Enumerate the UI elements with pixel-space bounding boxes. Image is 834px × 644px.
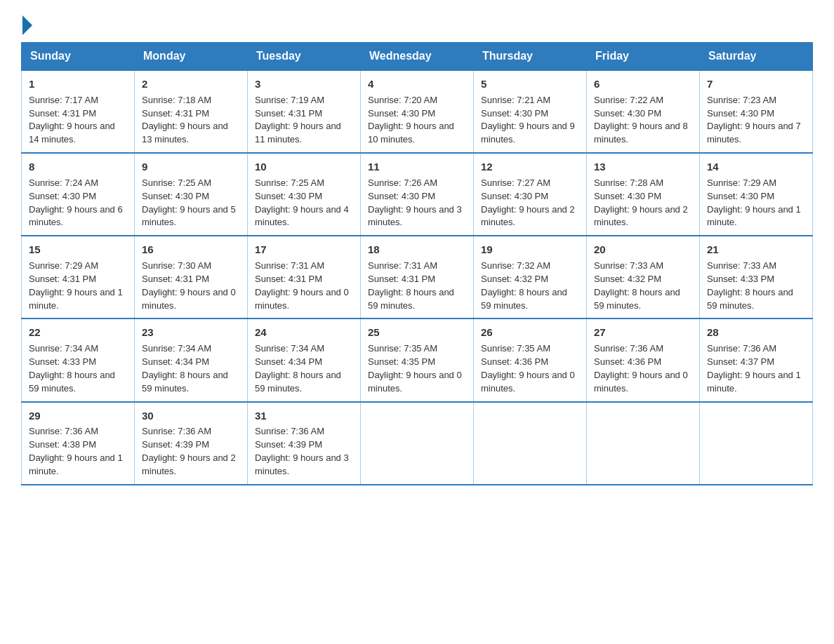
col-header-monday: Monday — [135, 43, 248, 71]
calendar-cell: 3 Sunrise: 7:19 AM Sunset: 4:31 PM Dayli… — [248, 70, 361, 153]
calendar-cell: 17 Sunrise: 7:31 AM Sunset: 4:31 PM Dayl… — [248, 236, 361, 318]
day-info: Sunrise: 7:33 AM Sunset: 4:32 PM Dayligh… — [594, 260, 692, 312]
calendar-cell: 20 Sunrise: 7:33 AM Sunset: 4:32 PM Dayl… — [587, 236, 700, 318]
day-number: 14 — [707, 159, 805, 175]
calendar-cell: 30 Sunrise: 7:36 AM Sunset: 4:39 PM Dayl… — [135, 402, 248, 485]
day-info: Sunrise: 7:36 AM Sunset: 4:37 PM Dayligh… — [707, 342, 805, 395]
calendar-cell: 9 Sunrise: 7:25 AM Sunset: 4:30 PM Dayli… — [135, 153, 248, 236]
day-number: 26 — [481, 325, 579, 340]
day-number: 3 — [255, 76, 353, 92]
calendar-cell: 11 Sunrise: 7:26 AM Sunset: 4:30 PM Dayl… — [361, 153, 474, 236]
calendar-cell: 8 Sunrise: 7:24 AM Sunset: 4:30 PM Dayli… — [22, 153, 135, 236]
calendar-cell: 2 Sunrise: 7:18 AM Sunset: 4:31 PM Dayli… — [135, 70, 248, 153]
day-info: Sunrise: 7:26 AM Sunset: 4:30 PM Dayligh… — [368, 177, 466, 229]
day-info: Sunrise: 7:21 AM Sunset: 4:30 PM Dayligh… — [481, 94, 579, 147]
day-info: Sunrise: 7:25 AM Sunset: 4:30 PM Dayligh… — [255, 177, 353, 229]
day-number: 17 — [255, 242, 353, 257]
calendar-cell: 26 Sunrise: 7:35 AM Sunset: 4:36 PM Dayl… — [474, 318, 587, 401]
day-number: 2 — [142, 76, 240, 92]
calendar-cell: 5 Sunrise: 7:21 AM Sunset: 4:30 PM Dayli… — [474, 70, 587, 153]
calendar-week-row: 15 Sunrise: 7:29 AM Sunset: 4:31 PM Dayl… — [22, 236, 813, 318]
calendar-cell: 31 Sunrise: 7:36 AM Sunset: 4:39 PM Dayl… — [248, 402, 361, 485]
calendar-cell: 21 Sunrise: 7:33 AM Sunset: 4:33 PM Dayl… — [700, 236, 813, 318]
day-info: Sunrise: 7:35 AM Sunset: 4:36 PM Dayligh… — [481, 342, 579, 395]
calendar-cell: 12 Sunrise: 7:27 AM Sunset: 4:30 PM Dayl… — [474, 153, 587, 236]
col-header-saturday: Saturday — [700, 43, 813, 71]
calendar-cell: 6 Sunrise: 7:22 AM Sunset: 4:30 PM Dayli… — [587, 70, 700, 153]
calendar-cell: 13 Sunrise: 7:28 AM Sunset: 4:30 PM Dayl… — [587, 153, 700, 236]
day-info: Sunrise: 7:20 AM Sunset: 4:30 PM Dayligh… — [368, 94, 466, 147]
day-number: 7 — [707, 76, 805, 92]
day-number: 13 — [594, 159, 692, 175]
day-info: Sunrise: 7:27 AM Sunset: 4:30 PM Dayligh… — [481, 177, 579, 229]
day-info: Sunrise: 7:31 AM Sunset: 4:31 PM Dayligh… — [368, 260, 466, 312]
calendar-cell: 10 Sunrise: 7:25 AM Sunset: 4:30 PM Dayl… — [248, 153, 361, 236]
calendar-cell: 25 Sunrise: 7:35 AM Sunset: 4:35 PM Dayl… — [361, 318, 474, 401]
logo — [21, 14, 32, 35]
calendar-cell: 14 Sunrise: 7:29 AM Sunset: 4:30 PM Dayl… — [700, 153, 813, 236]
day-info: Sunrise: 7:24 AM Sunset: 4:30 PM Dayligh… — [29, 177, 127, 229]
day-info: Sunrise: 7:19 AM Sunset: 4:31 PM Dayligh… — [255, 94, 353, 147]
calendar-cell: 18 Sunrise: 7:31 AM Sunset: 4:31 PM Dayl… — [361, 236, 474, 318]
col-header-wednesday: Wednesday — [361, 43, 474, 71]
calendar-cell: 29 Sunrise: 7:36 AM Sunset: 4:38 PM Dayl… — [22, 402, 135, 485]
calendar-cell: 27 Sunrise: 7:36 AM Sunset: 4:36 PM Dayl… — [587, 318, 700, 401]
day-number: 10 — [255, 159, 353, 175]
calendar-cell: 15 Sunrise: 7:29 AM Sunset: 4:31 PM Dayl… — [22, 236, 135, 318]
day-info: Sunrise: 7:36 AM Sunset: 4:39 PM Dayligh… — [142, 425, 240, 478]
day-info: Sunrise: 7:18 AM Sunset: 4:31 PM Dayligh… — [142, 94, 240, 147]
day-info: Sunrise: 7:31 AM Sunset: 4:31 PM Dayligh… — [255, 260, 353, 312]
calendar-week-row: 8 Sunrise: 7:24 AM Sunset: 4:30 PM Dayli… — [22, 153, 813, 236]
col-header-tuesday: Tuesday — [248, 43, 361, 71]
day-info: Sunrise: 7:28 AM Sunset: 4:30 PM Dayligh… — [594, 177, 692, 229]
day-info: Sunrise: 7:36 AM Sunset: 4:39 PM Dayligh… — [255, 425, 353, 478]
day-number: 23 — [142, 325, 240, 340]
day-info: Sunrise: 7:34 AM Sunset: 4:33 PM Dayligh… — [29, 342, 127, 395]
day-number: 8 — [29, 159, 127, 175]
logo-triangle-icon — [22, 15, 32, 35]
col-header-sunday: Sunday — [22, 43, 135, 71]
day-number: 22 — [29, 325, 127, 340]
page-header — [21, 14, 813, 35]
calendar-cell: 7 Sunrise: 7:23 AM Sunset: 4:30 PM Dayli… — [700, 70, 813, 153]
day-number: 16 — [142, 242, 240, 257]
day-number: 20 — [594, 242, 692, 257]
day-info: Sunrise: 7:34 AM Sunset: 4:34 PM Dayligh… — [142, 342, 240, 395]
day-info: Sunrise: 7:22 AM Sunset: 4:30 PM Dayligh… — [594, 94, 692, 147]
day-info: Sunrise: 7:33 AM Sunset: 4:33 PM Dayligh… — [707, 260, 805, 312]
calendar-header-row: SundayMondayTuesdayWednesdayThursdayFrid… — [22, 43, 813, 71]
day-info: Sunrise: 7:36 AM Sunset: 4:38 PM Dayligh… — [29, 425, 127, 478]
day-number: 30 — [142, 408, 240, 424]
day-number: 5 — [481, 76, 579, 92]
day-info: Sunrise: 7:34 AM Sunset: 4:34 PM Dayligh… — [255, 342, 353, 395]
day-number: 21 — [707, 242, 805, 257]
calendar-week-row: 22 Sunrise: 7:34 AM Sunset: 4:33 PM Dayl… — [22, 318, 813, 401]
day-number: 31 — [255, 408, 353, 424]
day-number: 27 — [594, 325, 692, 340]
calendar-cell: 28 Sunrise: 7:36 AM Sunset: 4:37 PM Dayl… — [700, 318, 813, 401]
day-number: 19 — [481, 242, 579, 257]
day-number: 15 — [29, 242, 127, 257]
calendar-cell: 1 Sunrise: 7:17 AM Sunset: 4:31 PM Dayli… — [22, 70, 135, 153]
day-number: 11 — [368, 159, 466, 175]
day-number: 9 — [142, 159, 240, 175]
day-info: Sunrise: 7:36 AM Sunset: 4:36 PM Dayligh… — [594, 342, 692, 395]
day-number: 28 — [707, 325, 805, 340]
day-number: 24 — [255, 325, 353, 340]
calendar-week-row: 29 Sunrise: 7:36 AM Sunset: 4:38 PM Dayl… — [22, 402, 813, 485]
day-info: Sunrise: 7:29 AM Sunset: 4:30 PM Dayligh… — [707, 177, 805, 229]
calendar-cell — [474, 402, 587, 485]
calendar-cell: 16 Sunrise: 7:30 AM Sunset: 4:31 PM Dayl… — [135, 236, 248, 318]
calendar-cell: 4 Sunrise: 7:20 AM Sunset: 4:30 PM Dayli… — [361, 70, 474, 153]
calendar-cell: 23 Sunrise: 7:34 AM Sunset: 4:34 PM Dayl… — [135, 318, 248, 401]
col-header-thursday: Thursday — [474, 43, 587, 71]
day-info: Sunrise: 7:25 AM Sunset: 4:30 PM Dayligh… — [142, 177, 240, 229]
calendar-cell — [700, 402, 813, 485]
day-number: 25 — [368, 325, 466, 340]
day-number: 4 — [368, 76, 466, 92]
calendar-cell: 19 Sunrise: 7:32 AM Sunset: 4:32 PM Dayl… — [474, 236, 587, 318]
calendar-table: SundayMondayTuesdayWednesdayThursdayFrid… — [21, 42, 813, 485]
calendar-cell — [361, 402, 474, 485]
calendar-week-row: 1 Sunrise: 7:17 AM Sunset: 4:31 PM Dayli… — [22, 70, 813, 153]
day-info: Sunrise: 7:23 AM Sunset: 4:30 PM Dayligh… — [707, 94, 805, 147]
